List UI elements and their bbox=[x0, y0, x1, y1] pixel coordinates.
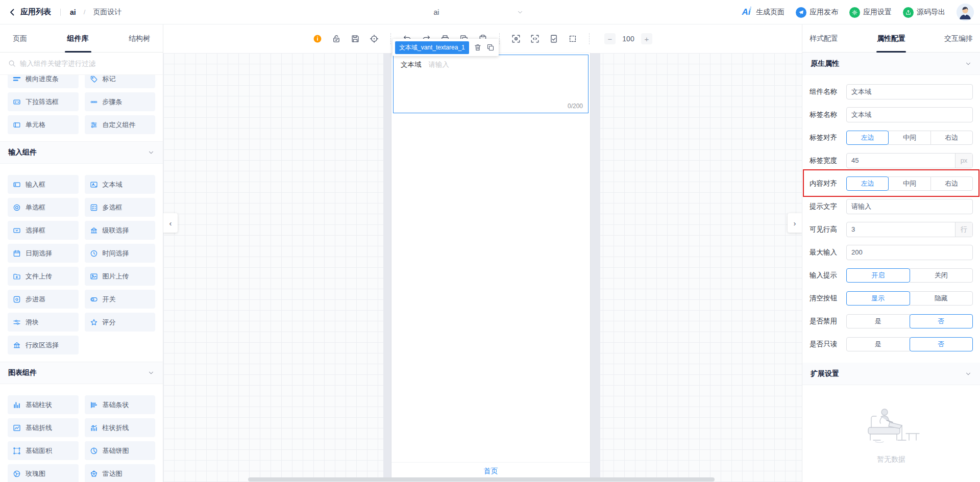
delete-component-icon[interactable] bbox=[474, 43, 482, 52]
component-item[interactable]: 评分 bbox=[85, 313, 156, 332]
segment-option[interactable]: 显示 bbox=[846, 291, 910, 306]
zoom-in-button[interactable]: + bbox=[641, 33, 652, 44]
component-item[interactable]: 图片上传 bbox=[85, 267, 156, 286]
component-item[interactable]: 单选框 bbox=[8, 198, 79, 217]
component-item[interactable]: 输入框 bbox=[8, 175, 79, 194]
sidebar-tab-components[interactable]: 组件库 bbox=[67, 24, 89, 53]
component-item[interactable]: 基础折线 bbox=[8, 418, 79, 437]
component-item-label: 横向进度条 bbox=[26, 75, 59, 84]
segment-option[interactable]: 隐藏 bbox=[910, 291, 973, 306]
component-item[interactable]: 文本域 bbox=[85, 175, 156, 194]
search-icon bbox=[8, 60, 16, 67]
segment-option[interactable]: 否 bbox=[910, 314, 973, 328]
property-input[interactable] bbox=[847, 199, 972, 214]
segment-option[interactable]: 右边 bbox=[930, 176, 973, 191]
component-item[interactable]: 下拉筛选框 bbox=[8, 92, 79, 111]
property-row: 标签对齐左边中间右边 bbox=[802, 126, 980, 149]
component-item[interactable]: 级联选择 bbox=[85, 221, 156, 240]
segment-option[interactable]: 中间 bbox=[888, 176, 930, 191]
component-item[interactable]: 行政区选择 bbox=[8, 336, 79, 354]
segment-option[interactable]: 右边 bbox=[930, 131, 973, 145]
component-group-header[interactable]: 输入组件 bbox=[0, 141, 163, 164]
component-item[interactable]: 基础饼图 bbox=[85, 441, 156, 460]
phone-scrollbar-track-left bbox=[383, 53, 391, 479]
property-input[interactable] bbox=[847, 154, 955, 168]
target-button[interactable] bbox=[370, 34, 379, 43]
segment-option[interactable]: 开启 bbox=[846, 268, 910, 283]
generate-page-button[interactable]: Ai↑生成页面 bbox=[742, 7, 785, 17]
property-input[interactable] bbox=[847, 108, 972, 122]
native-props-section-header[interactable]: 原生属性 bbox=[802, 53, 980, 75]
component-item[interactable]: 单元格 bbox=[8, 115, 79, 134]
copy-component-icon[interactable] bbox=[486, 43, 495, 52]
tabbar-home-tab[interactable]: 首页 bbox=[484, 467, 498, 476]
component-item[interactable]: 标记 bbox=[85, 75, 156, 88]
back-chevron-icon[interactable] bbox=[8, 8, 16, 16]
segment-option[interactable]: 是 bbox=[846, 314, 910, 328]
extend-settings-section-header[interactable]: 扩展设置 bbox=[802, 363, 980, 385]
panel-tab-style-config[interactable]: 样式配置 bbox=[810, 24, 838, 53]
action-label: 源码导出 bbox=[917, 8, 945, 17]
info-icon bbox=[313, 34, 322, 43]
publish-app-button[interactable]: 应用发布 bbox=[796, 7, 838, 18]
property-input[interactable] bbox=[847, 85, 972, 99]
component-search-input[interactable] bbox=[20, 60, 155, 67]
frame-dashed-button[interactable] bbox=[568, 34, 577, 43]
properties-panel: 样式配置属性配置交互编排 原生属性 组件名称标签名称标签对齐左边中间右边标签宽度… bbox=[802, 24, 980, 482]
collapse-sidebar-handle[interactable]: ‹ bbox=[163, 213, 178, 233]
component-item[interactable]: 雷达图 bbox=[85, 464, 156, 482]
save-button[interactable] bbox=[351, 34, 360, 43]
panel-tab-interaction-config[interactable]: 交互编排 bbox=[944, 24, 973, 53]
chevron-right-icon: › bbox=[794, 219, 796, 227]
zoom-out-button[interactable]: − bbox=[604, 33, 616, 44]
component-item[interactable]: 柱状折线 bbox=[85, 418, 156, 437]
radar-chart-icon bbox=[90, 470, 98, 478]
scan-eye-button[interactable] bbox=[511, 34, 521, 43]
component-item[interactable]: 基础柱状 bbox=[8, 395, 79, 414]
sidebar-tab-pages[interactable]: 页面 bbox=[13, 24, 27, 53]
collapse-panel-handle[interactable]: › bbox=[788, 213, 802, 233]
info-button[interactable] bbox=[313, 34, 322, 43]
component-item[interactable]: 基础面积 bbox=[8, 441, 79, 460]
component-item[interactable]: 多选框 bbox=[85, 198, 156, 217]
doc-check-button[interactable] bbox=[549, 34, 558, 43]
component-group-header[interactable]: 图表组件 bbox=[0, 362, 163, 384]
component-item[interactable]: 基础条状 bbox=[85, 395, 156, 414]
component-item-label: 标记 bbox=[103, 75, 116, 84]
component-item[interactable]: 自定义组件 bbox=[85, 115, 156, 134]
export-source-button[interactable]: 源码导出 bbox=[903, 7, 945, 18]
avatar[interactable] bbox=[957, 4, 974, 21]
segment-option[interactable]: 左边 bbox=[846, 176, 889, 191]
property-row: 提示文字 bbox=[802, 195, 980, 218]
component-item[interactable]: 步骤条 bbox=[85, 92, 156, 111]
component-item[interactable]: 开关 bbox=[85, 290, 156, 309]
page-select-dropdown[interactable]: ai bbox=[347, 0, 526, 24]
segment-option[interactable]: 左边 bbox=[846, 131, 889, 145]
segment-option[interactable]: 否 bbox=[910, 337, 973, 351]
component-item[interactable]: 选择框 bbox=[8, 221, 79, 240]
property-input[interactable] bbox=[847, 222, 955, 237]
breadcrumb-separator: / bbox=[84, 8, 86, 16]
component-item[interactable]: 步进器 bbox=[8, 290, 79, 309]
app-settings-button[interactable]: 应用设置 bbox=[849, 7, 892, 18]
component-item[interactable]: 横向进度条 bbox=[8, 75, 79, 88]
area-chart-icon bbox=[13, 447, 21, 455]
unlock-check-button[interactable] bbox=[332, 34, 341, 43]
back-to-app-list-link[interactable]: 应用列表 bbox=[20, 7, 51, 17]
scan-code-button[interactable] bbox=[530, 34, 540, 43]
phone-scrollbar-track-right[interactable] bbox=[590, 53, 600, 479]
panel-tab-props-config[interactable]: 属性配置 bbox=[877, 24, 905, 53]
segment-option[interactable]: 是 bbox=[846, 337, 910, 351]
property-input[interactable] bbox=[847, 245, 972, 260]
segment-option[interactable]: 关闭 bbox=[910, 268, 973, 283]
component-item[interactable]: 日期选择 bbox=[8, 244, 79, 263]
breadcrumb-app-name[interactable]: ai bbox=[70, 8, 76, 16]
segment-option[interactable]: 中间 bbox=[888, 131, 930, 145]
component-item[interactable]: 时间选择 bbox=[85, 244, 156, 263]
component-item[interactable]: 玫瑰图 bbox=[8, 464, 79, 482]
canvas-horizontal-scrollbar[interactable] bbox=[248, 477, 715, 481]
component-item[interactable]: 滑块 bbox=[8, 313, 79, 332]
selected-textarea-component[interactable]: 文本域 请输入 0/200 bbox=[393, 55, 589, 113]
sidebar-tab-structure-tree[interactable]: 结构树 bbox=[129, 24, 150, 53]
component-item[interactable]: 文件上传 bbox=[8, 267, 79, 286]
